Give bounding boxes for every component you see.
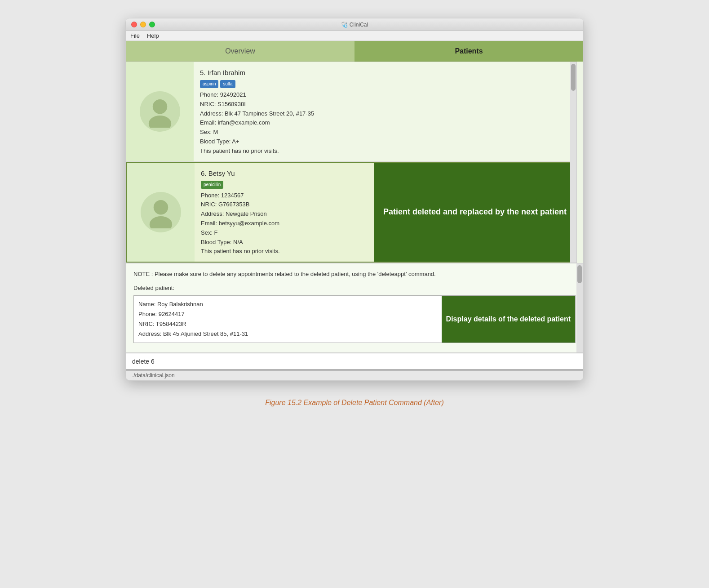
avatar-5 [126,62,194,161]
patient-card-6[interactable]: 6. Betsy Yu penicillin Phone: 1234567 NR… [126,162,576,263]
patient-visits-5: This patient has no prior visits. [200,147,570,156]
patient-blood-5: Blood Type: A+ [200,137,570,147]
avatar-6 [127,163,195,262]
tag-sulfa: sulfa [220,80,235,88]
deleted-address: Address: Blk 45 Aljunied Street 85, #11-… [138,329,437,339]
nav-tabs: Overview Patients [126,41,583,62]
patient-visits-6: This patient has no prior visits. [201,247,368,256]
deleted-name: Name: Roy Balakrishnan [138,299,437,309]
figure-caption: Figure 15.2 Example of Delete Patient Co… [265,399,444,407]
patient-list-wrapper: 5. Irfan Ibrahim aspirin sulfa Phone: 92… [126,62,583,263]
note-text: NOTE : Please make sure to delete any ap… [133,270,576,279]
patient-name-5: 5. Irfan Ibrahim [200,67,570,78]
deleted-label: Deleted patient: [133,284,576,293]
app-window: 🩺 CliniCal File Help Overview Patients [125,18,584,381]
window-controls[interactable] [131,22,155,27]
tab-patients[interactable]: Patients [354,41,583,62]
patient-list: 5. Irfan Ibrahim aspirin sulfa Phone: 92… [126,62,577,263]
maximize-button[interactable] [149,22,155,27]
minimize-button[interactable] [140,22,146,27]
svg-point-3 [150,216,172,228]
main-content: 5. Irfan Ibrahim aspirin sulfa Phone: 92… [126,62,583,380]
menu-file[interactable]: File [130,32,140,39]
patient-phone-5: Phone: 92492021 [200,90,570,100]
patient-card-5[interactable]: 5. Irfan Ibrahim aspirin sulfa Phone: 92… [126,62,576,162]
patient-nric-6: NRIC: G7667353B [201,200,368,209]
patient-tags-6: penicillin [201,181,368,189]
patient-info-6: 6. Betsy Yu penicillin Phone: 1234567 NR… [195,163,374,262]
deleted-nric: NRIC: T9584423R [138,319,437,329]
patient-tags-5: aspirin sulfa [200,80,570,88]
window-title: 🩺 CliniCal [341,22,368,28]
patient-address-5: Address: Blk 47 Tampines Street 20, #17-… [200,109,570,119]
patient-sex-6: Sex: F [201,228,368,238]
patient-email-5: Email: irfan@example.com [200,118,570,128]
patient-address-6: Address: Newgate Prison [201,209,368,219]
avatar-icon-6 [145,196,177,228]
output-panel: NOTE : Please make sure to delete any ap… [126,263,583,353]
output-scrollbar-thumb [577,265,582,283]
avatar-icon-5 [144,95,176,128]
close-button[interactable] [131,22,137,27]
app-icon: 🩺 [341,22,348,28]
titlebar: 🩺 CliniCal [126,18,583,31]
tab-overview[interactable]: Overview [126,41,354,62]
patient-info-5: 5. Irfan Ibrahim aspirin sulfa Phone: 92… [194,62,576,161]
display-deleted-button[interactable]: Display details of the deleted patient [442,296,575,343]
patient-sex-5: Sex: M [200,128,570,137]
scrollbar-thumb [571,64,576,91]
svg-point-1 [149,116,171,128]
output-scrollbar[interactable] [576,263,583,352]
patient-nric-5: NRIC: S1568938I [200,100,570,109]
delete-overlay: Patient deleted and replaced by the next… [374,163,576,262]
command-bar[interactable]: delete 6 [126,353,583,370]
tag-aspirin: aspirin [200,80,218,88]
deleted-patient-box: Name: Roy Balakrishnan Phone: 92624417 N… [133,295,576,343]
patient-email-6: Email: betsyyu@example.com [201,219,368,228]
deleted-phone: Phone: 92624417 [138,309,437,319]
menu-help[interactable]: Help [147,32,159,39]
patient-phone-6: Phone: 1234567 [201,191,368,200]
patient-list-scrollbar[interactable] [570,62,576,263]
patient-name-6: 6. Betsy Yu [201,168,368,179]
filepath: ./data/clinical.json [126,370,583,380]
svg-point-2 [154,200,168,214]
tag-penicillin: penicillin [201,181,223,189]
deleted-info: Name: Roy Balakrishnan Phone: 92624417 N… [134,296,442,343]
menubar: File Help [126,31,583,41]
svg-point-0 [153,99,167,114]
patient-blood-6: Blood Type: N/A [201,238,368,247]
